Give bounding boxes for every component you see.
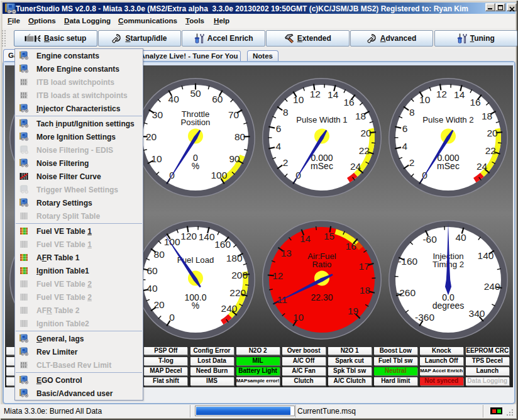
svg-text:-360: -360 xyxy=(415,312,434,323)
svg-text:140: 140 xyxy=(199,231,215,242)
svg-text:2: 2 xyxy=(409,157,415,168)
svg-text:4: 4 xyxy=(276,141,282,152)
svg-text:12: 12 xyxy=(436,89,447,99)
svg-text:40: 40 xyxy=(146,283,158,294)
svg-text:60: 60 xyxy=(212,94,223,104)
svg-text:24: 24 xyxy=(350,161,361,172)
svg-text:13: 13 xyxy=(281,248,292,258)
svg-text:mSec: mSec xyxy=(311,161,333,171)
svg-text:Position: Position xyxy=(181,118,211,127)
svg-text:20: 20 xyxy=(487,128,498,138)
svg-text:-60: -60 xyxy=(422,234,437,245)
svg-text:50: 50 xyxy=(190,88,201,99)
svg-text:12: 12 xyxy=(310,89,321,99)
svg-text:14: 14 xyxy=(328,89,339,100)
svg-text:140: 140 xyxy=(478,250,494,261)
svg-text:24: 24 xyxy=(477,161,488,172)
svg-text:19: 19 xyxy=(348,306,358,316)
svg-text:40: 40 xyxy=(455,232,466,243)
svg-text:18: 18 xyxy=(482,111,492,121)
svg-text:22: 22 xyxy=(359,145,370,156)
svg-text:30: 30 xyxy=(152,109,163,120)
svg-text:Pulse Width 1: Pulse Width 1 xyxy=(296,115,347,124)
svg-text:17: 17 xyxy=(359,261,370,272)
svg-text:8: 8 xyxy=(409,107,415,118)
svg-text:180: 180 xyxy=(226,253,243,263)
svg-text:8: 8 xyxy=(283,107,289,118)
svg-text:16: 16 xyxy=(346,241,356,251)
svg-text:2: 2 xyxy=(283,157,289,168)
svg-text:6: 6 xyxy=(276,123,282,134)
svg-text:12: 12 xyxy=(272,270,283,281)
svg-text:40: 40 xyxy=(168,94,180,104)
svg-text:120: 120 xyxy=(180,231,197,241)
svg-text:80: 80 xyxy=(154,249,165,260)
svg-text:100: 100 xyxy=(211,170,227,180)
svg-text:80: 80 xyxy=(234,131,246,142)
svg-text:18: 18 xyxy=(355,111,366,121)
svg-text:160: 160 xyxy=(214,239,231,250)
svg-text:20: 20 xyxy=(153,299,165,310)
svg-text:220: 220 xyxy=(229,287,246,298)
svg-text:Pulse Width 2: Pulse Width 2 xyxy=(422,115,473,124)
svg-text:70: 70 xyxy=(228,109,240,120)
svg-text:60: 60 xyxy=(146,265,158,276)
svg-text:%: % xyxy=(192,161,199,171)
svg-text:15: 15 xyxy=(324,231,334,241)
svg-text:22: 22 xyxy=(485,145,496,156)
svg-text:22.30: 22.30 xyxy=(311,292,333,302)
svg-text:18: 18 xyxy=(360,285,370,296)
svg-text:240: 240 xyxy=(221,303,238,314)
svg-text:10: 10 xyxy=(293,94,304,105)
svg-text:14: 14 xyxy=(300,233,311,244)
svg-text:%: % xyxy=(192,301,199,311)
svg-text:16: 16 xyxy=(343,97,354,108)
svg-text:0: 0 xyxy=(169,312,175,323)
svg-text:20: 20 xyxy=(360,128,372,138)
svg-text:-160: -160 xyxy=(398,256,417,267)
svg-text:240: 240 xyxy=(484,281,500,292)
svg-text:10: 10 xyxy=(293,312,304,323)
svg-text:10: 10 xyxy=(151,153,162,164)
svg-text:340: 340 xyxy=(469,308,485,319)
svg-text:10: 10 xyxy=(419,94,431,105)
svg-text:20: 20 xyxy=(146,131,157,142)
svg-text:6: 6 xyxy=(402,123,408,134)
svg-text:90: 90 xyxy=(229,153,240,164)
svg-text:16: 16 xyxy=(470,97,480,108)
svg-text:14: 14 xyxy=(454,89,465,100)
svg-text:degrees: degrees xyxy=(433,301,465,311)
svg-text:200: 200 xyxy=(231,270,248,280)
svg-text:-260: -260 xyxy=(396,287,416,298)
svg-text:Ratio: Ratio xyxy=(312,260,332,269)
svg-text:4: 4 xyxy=(402,141,408,152)
svg-text:mSec: mSec xyxy=(437,161,460,171)
